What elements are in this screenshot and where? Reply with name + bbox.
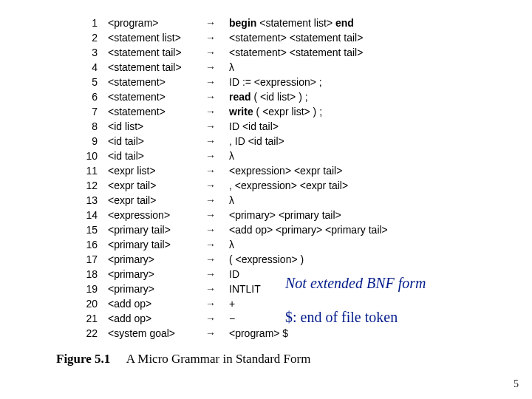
grammar-rule-row: 10<id tail>→λ [68, 149, 388, 163]
rule-lhs: <add op> [108, 312, 204, 325]
rule-rhs: <program> $ [229, 327, 388, 340]
grammar-rule-row: 1<program>→begin <statement list> end [68, 16, 388, 30]
rule-number: 6 [68, 90, 106, 103]
rule-number: 15 [68, 223, 106, 236]
rule-number: 7 [68, 105, 106, 118]
arrow-icon: → [205, 46, 228, 59]
rule-number: 9 [68, 134, 106, 148]
rule-number: 20 [68, 297, 106, 310]
grammar-rule-row: 8<id list>→ID <id tail> [68, 120, 388, 133]
rule-rhs: , <expression> <expr tail> [229, 179, 388, 192]
grammar-rule-row: 12<expr tail>→, <expression> <expr tail> [68, 179, 388, 192]
rule-lhs: <primary> [108, 253, 204, 266]
rule-number: 11 [68, 164, 106, 177]
rule-lhs: <expr tail> [108, 179, 204, 192]
rule-rhs: write ( <expr list> ) ; [229, 105, 388, 118]
rule-number: 21 [68, 312, 106, 325]
grammar-rule-row: 5<statement>→ID := <expression> ; [68, 75, 388, 89]
grammar-rule-row: 7<statement>→write ( <expr list> ) ; [68, 105, 388, 118]
grammar-rule-row: 11<expr list>→<expression> <expr tail> [68, 164, 388, 177]
figure-title: A Micro Grammar in Standard Form [126, 352, 311, 366]
rule-lhs: <primary tail> [108, 223, 204, 236]
grammar-rule-row: 2<statement list>→<statement> <statement… [68, 31, 388, 44]
rule-number: 22 [68, 327, 106, 340]
rule-number: 8 [68, 120, 106, 133]
rule-lhs: <statement> [108, 90, 204, 103]
rule-lhs: <primary tail> [108, 238, 204, 251]
rule-lhs: <statement tail> [108, 61, 204, 74]
rule-rhs: <add op> <primary> <primary tail> [229, 223, 388, 236]
rule-number: 18 [68, 267, 106, 281]
rule-rhs: <expression> <expr tail> [229, 164, 388, 177]
arrow-icon: → [205, 149, 228, 163]
rule-number: 17 [68, 253, 106, 266]
rule-lhs: <id list> [108, 120, 204, 133]
arrow-icon: → [205, 16, 228, 30]
grammar-rule-row: 6<statement>→read ( <id list> ) ; [68, 90, 388, 103]
rule-lhs: <id tail> [108, 149, 204, 163]
grammar-rule-row: 3<statement tail>→<statement> <statement… [68, 46, 388, 59]
grammar-rule-row: 15<primary tail>→<add op> <primary> <pri… [68, 223, 388, 236]
grammar-rule-row: 9<id tail>→, ID <id tail> [68, 134, 388, 148]
rule-lhs: <system goal> [108, 327, 204, 340]
arrow-icon: → [205, 31, 228, 44]
arrow-icon: → [205, 253, 228, 266]
rule-lhs: <id tail> [108, 134, 204, 148]
rule-number: 19 [68, 282, 106, 296]
figure-caption: Figure 5.1 A Micro Grammar in Standard F… [56, 352, 310, 366]
rule-rhs: read ( <id list> ) ; [229, 90, 388, 103]
rule-number: 12 [68, 179, 106, 192]
arrow-icon: → [205, 223, 228, 236]
grammar-rule-row: 22<system goal>→<program> $ [68, 327, 388, 340]
rule-lhs: <statement list> [108, 31, 204, 44]
grammar-rule-row: 16<primary tail>→λ [68, 238, 388, 251]
grammar-rule-row: 13<expr tail>→λ [68, 194, 388, 207]
rule-lhs: <primary> [108, 267, 204, 281]
rule-rhs: begin <statement list> end [229, 16, 388, 30]
annotation-eof-token: $: end of file token [285, 309, 398, 326]
rule-number: 3 [68, 46, 106, 59]
rule-number: 1 [68, 16, 106, 30]
rule-number: 4 [68, 61, 106, 74]
arrow-icon: → [205, 238, 228, 251]
rule-lhs: <expr list> [108, 164, 204, 177]
rule-number: 10 [68, 149, 106, 163]
grammar-table: 1<program>→begin <statement list> end2<s… [66, 15, 389, 341]
arrow-icon: → [205, 134, 228, 148]
arrow-icon: → [205, 194, 228, 207]
rule-number: 5 [68, 75, 106, 89]
arrow-icon: → [205, 61, 228, 74]
rule-lhs: <program> [108, 16, 204, 30]
arrow-icon: → [205, 297, 228, 310]
arrow-icon: → [205, 90, 228, 103]
arrow-icon: → [205, 327, 228, 340]
page-number: 5 [514, 378, 519, 390]
rule-rhs: <statement> <statement tail> [229, 31, 388, 44]
arrow-icon: → [205, 179, 228, 192]
rule-lhs: <add op> [108, 297, 204, 310]
rule-rhs: , ID <id tail> [229, 134, 388, 148]
rule-rhs: <statement> <statement tail> [229, 46, 388, 59]
rule-number: 16 [68, 238, 106, 251]
arrow-icon: → [205, 312, 228, 325]
grammar-rule-row: 14<expression>→<primary> <primary tail> [68, 208, 388, 222]
rule-lhs: <statement tail> [108, 46, 204, 59]
rule-rhs: ID := <expression> ; [229, 75, 388, 89]
rule-rhs: λ [229, 149, 388, 163]
rule-rhs: ( <expression> ) [229, 253, 388, 266]
rule-lhs: <expr tail> [108, 194, 204, 207]
grammar-rule-row: 4<statement tail>→λ [68, 61, 388, 74]
rule-lhs: <expression> [108, 208, 204, 222]
arrow-icon: → [205, 105, 228, 118]
rule-rhs: λ [229, 61, 388, 74]
rule-rhs: λ [229, 194, 388, 207]
grammar-rule-row: 17<primary>→( <expression> ) [68, 253, 388, 266]
rule-lhs: <primary> [108, 282, 204, 296]
arrow-icon: → [205, 267, 228, 281]
rule-lhs: <statement> [108, 105, 204, 118]
arrow-icon: → [205, 75, 228, 89]
rule-number: 2 [68, 31, 106, 44]
figure-label: Figure 5.1 [56, 352, 110, 366]
annotation-not-extended: Not extended BNF form [285, 275, 426, 292]
arrow-icon: → [205, 164, 228, 177]
